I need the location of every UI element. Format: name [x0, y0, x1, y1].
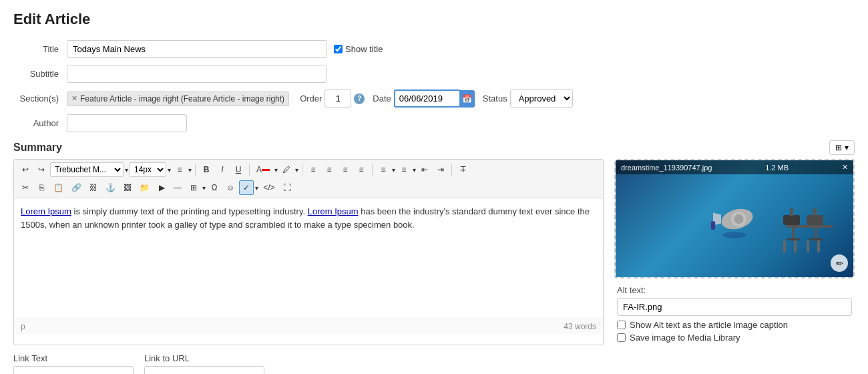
font-size-select[interactable]: 14px [130, 162, 166, 177]
svg-rect-10 [787, 238, 800, 240]
save-checkbox[interactable] [617, 333, 626, 342]
show-title-checkbox[interactable] [334, 45, 343, 53]
date-input[interactable] [394, 89, 461, 108]
file-btn[interactable]: 📁 [136, 180, 153, 195]
spellcheck-btn[interactable]: ✓ [239, 180, 254, 195]
order-input[interactable] [324, 89, 351, 108]
numbered-chevron: ▾ [413, 166, 416, 174]
sections-row: Section(s) ✕ Feature Article - image rig… [13, 89, 855, 108]
table-btn[interactable]: ⊞ [186, 180, 201, 195]
summary-section: Summary ⊞ ▾ ↩ ↪ Trebuchet M... ▾ [13, 140, 855, 345]
link-text-input[interactable] [13, 366, 134, 374]
svg-rect-8 [787, 225, 810, 228]
cut-btn[interactable]: ✂ [18, 180, 33, 195]
date-label: Date [373, 94, 391, 104]
author-label: Author [13, 118, 67, 128]
order-label: Order [300, 94, 322, 104]
emoticon-btn[interactable]: ☺ [223, 180, 238, 195]
megaphone-icon [708, 192, 761, 246]
subtitle-input[interactable] [67, 65, 327, 83]
svg-rect-11 [783, 240, 786, 252]
image-filename-bar: dreamstime_119390747.jpg 1.2 MB ✕ [616, 160, 853, 174]
toolbar-row-1: ↩ ↪ Trebuchet M... ▾ 14px ▾ ≡ ▾ B [18, 162, 599, 177]
section-tag: ✕ Feature Article - image right (Feature… [67, 91, 289, 106]
bullet-list-btn[interactable]: ≡ [376, 162, 391, 177]
align-justify-btn[interactable]: ≡ [354, 162, 369, 177]
align-center-btn[interactable]: ≡ [322, 162, 337, 177]
clear-format-btn[interactable]: T̶ [455, 162, 470, 177]
copy-btn[interactable]: ⎘ [34, 180, 49, 195]
bold-btn[interactable]: B [199, 162, 214, 177]
sep1 [195, 164, 196, 176]
italic-btn[interactable]: I [215, 162, 230, 177]
svg-rect-15 [809, 225, 833, 228]
svg-rect-18 [807, 240, 809, 252]
undo-btn[interactable]: ↩ [18, 162, 33, 177]
bullet-chevron: ▾ [392, 166, 395, 174]
line-height-chevron: ▾ [188, 166, 192, 174]
calendar-icon[interactable]: 📅 [460, 90, 475, 108]
indent-btn[interactable]: ⇥ [433, 162, 448, 177]
image-btn[interactable]: 🖼 [120, 180, 135, 195]
font-family-chevron: ▾ [125, 166, 128, 174]
svg-rect-19 [817, 240, 820, 252]
title-row: Title Show title [13, 40, 855, 58]
underline-btn[interactable]: U [231, 162, 246, 177]
caption-checkbox-row: Show Alt text as the article image capti… [617, 320, 852, 330]
layout-button[interactable]: ⊞ ▾ [829, 140, 855, 155]
sections-container: ✕ Feature Article - image right (Feature… [67, 91, 292, 106]
svg-point-4 [734, 214, 743, 223]
special-char-btn[interactable]: Ω [207, 180, 222, 195]
unlink-btn[interactable]: ⛓ [86, 180, 101, 195]
fullscreen-btn[interactable]: ⛶ [280, 180, 294, 195]
image-filesize: 1.2 MB [765, 164, 789, 172]
author-row: Author [13, 114, 855, 132]
alt-text-section: Alt text: Show Alt text as the article i… [614, 285, 855, 343]
font-size-chevron: ▾ [168, 166, 171, 174]
svg-rect-6 [783, 215, 800, 225]
highlight-btn[interactable]: 🖊 [279, 162, 294, 177]
layout-chevron: ▾ [845, 143, 849, 152]
save-checkbox-row: Save image to Media Library [617, 333, 852, 343]
image-close-btn[interactable]: ✕ [842, 163, 848, 172]
numbered-list-btn[interactable]: ≡ [397, 162, 411, 177]
help-icon[interactable]: ? [354, 94, 365, 104]
image-edit-btn[interactable]: ✏ [831, 254, 848, 272]
code-btn[interactable]: </> [260, 180, 278, 195]
title-input[interactable] [67, 40, 327, 58]
page-wrapper: Edit Article Title Show title Subtitle S… [0, 0, 868, 374]
lorem-link1[interactable]: Lorem Ipsum [21, 206, 71, 216]
anchor-btn[interactable]: ⚓ [102, 180, 119, 195]
redo-btn[interactable]: ↪ [34, 162, 49, 177]
sep5 [451, 164, 452, 176]
summary-header: Summary ⊞ ▾ [13, 140, 855, 155]
link-btn[interactable]: 🔗 [68, 180, 85, 195]
chairs-shape [780, 202, 833, 264]
hr-btn[interactable]: — [170, 180, 185, 195]
author-input[interactable] [67, 114, 187, 132]
font-color-btn[interactable]: A [253, 162, 273, 177]
alt-text-label: Alt text: [617, 285, 852, 295]
svg-rect-2 [711, 221, 715, 230]
editor-content[interactable]: Lorem Ipsum is simply dummy text of the … [14, 198, 603, 319]
show-title-label[interactable]: Show title [334, 44, 383, 54]
align-right-btn[interactable]: ≡ [338, 162, 353, 177]
alt-text-input[interactable] [617, 298, 852, 316]
caption-checkbox[interactable] [617, 321, 626, 329]
lorem-link2[interactable]: Lorem Ipsum [308, 206, 359, 216]
outdent-btn[interactable]: ⇤ [417, 162, 432, 177]
align-left-btn[interactable]: ≡ [306, 162, 320, 177]
font-family-select[interactable]: Trebuchet M... [50, 162, 124, 177]
link-url-input[interactable] [144, 366, 264, 374]
caption-checkbox-label: Show Alt text as the article image capti… [630, 320, 788, 330]
paste-btn[interactable]: 📋 [50, 180, 67, 195]
status-select[interactable]: Approved Draft Pending [510, 89, 573, 108]
sections-label: Section(s) [13, 94, 67, 104]
section-remove-btn[interactable]: ✕ [71, 94, 77, 103]
line-height-btn[interactable]: ≡ [172, 162, 187, 177]
link-url-label: Link to URL [144, 353, 264, 363]
word-count: 43 words [564, 322, 596, 331]
subtitle-row: Subtitle [13, 65, 855, 83]
video-btn[interactable]: ▶ [154, 180, 169, 195]
section-tag-text: Feature Article - image right (Feature A… [80, 94, 284, 104]
